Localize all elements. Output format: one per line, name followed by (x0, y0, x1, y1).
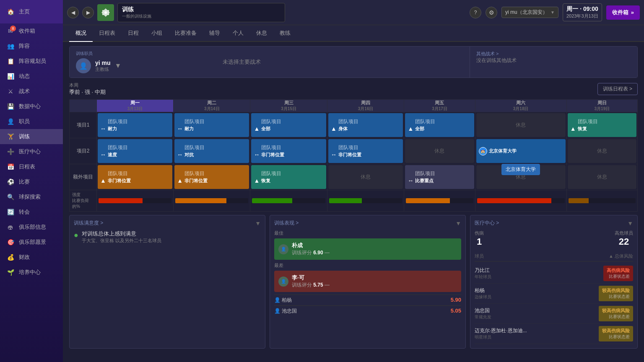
user-dropdown-arrow: ▼ (551, 10, 555, 15)
sidebar-item-11[interactable]: 🔍球探搜索 (0, 189, 63, 204)
other-tactics-title[interactable]: 其他战术 > (476, 51, 631, 57)
best-avatar: 👤 (278, 244, 288, 254)
training-cell[interactable]: 🏫 北京体育大学 北京体育大学 (475, 138, 566, 164)
performance-title[interactable]: 训练表现 > (274, 220, 299, 227)
training-cell[interactable]: 团队项目 ▲ 非门将位置 (97, 164, 174, 190)
coach-section: 训练职员 👤 yi mu 主教练 ▼ 未选择主要战术 其他战术 > 没在训练 (69, 46, 638, 78)
training-cell[interactable]: 团队项目 ↔ 非门将位置 (250, 138, 327, 164)
best-score: 训练评分 6.90 — (292, 249, 330, 256)
sidebar-label-home: 主页 (19, 8, 30, 16)
satisfaction-title[interactable]: 训练满意度 > (74, 220, 103, 227)
sidebar-icon-13: 🏟 (6, 223, 15, 231)
tab-个人[interactable]: 个人 (226, 25, 250, 42)
training-cell[interactable]: 团队项目 ▲ 全部 (404, 112, 475, 138)
tab-辅导[interactable]: 辅导 (203, 25, 226, 42)
training-cell[interactable]: 团队项目 ↔ 速度 (97, 138, 174, 164)
coach-avatar: 👤 (76, 58, 91, 73)
training-cell: 休息 (566, 164, 637, 190)
facility-icon (97, 4, 114, 21)
settings-button[interactable]: ⚙ (486, 7, 497, 18)
performance-expand[interactable]: ▼ (455, 220, 461, 227)
sidebar-icon-12: 🔄 (6, 208, 15, 216)
tab-比赛准备[interactable]: 比赛准备 (169, 25, 203, 42)
satisfaction-icon: ● (74, 231, 78, 240)
tab-小组[interactable]: 小组 (145, 25, 169, 42)
training-cell[interactable]: 团队项目 ↔ 对抗 (174, 138, 250, 164)
sidebar-item-7[interactable]: 🏋训练 (0, 129, 63, 144)
tabbar: 概况日程表日程小组比赛准备辅导个人休息教练 (63, 25, 644, 42)
training-cell[interactable]: 团队项目 ▲ 恢复 (566, 112, 637, 138)
tab-日程[interactable]: 日程 (122, 25, 145, 42)
sidebar-icon-15: 💰 (6, 253, 15, 261)
user-name: yi mu（北京国安） (505, 9, 548, 15)
training-cell[interactable]: 团队项目 ▲ 非门将位置 (174, 164, 250, 190)
player-info: 柏杨 边缘球员 (475, 287, 491, 300)
tab-教练[interactable]: 教练 (273, 25, 297, 42)
sidebar-item-14[interactable]: 🎯俱乐部愿景 (0, 235, 63, 250)
sidebar-item-5[interactable]: 💾数据中心 (0, 99, 63, 114)
day-header-周日: 周日3月19日 (566, 100, 637, 112)
strength-bar-cell (250, 190, 327, 212)
medical-title[interactable]: 医疗中心 > (475, 220, 499, 227)
training-cell[interactable]: 团队项目 ↔ 比赛重点 (404, 164, 475, 190)
training-cell[interactable]: 团队项目 ↔ 耐力 (174, 112, 250, 138)
sidebar-item-6[interactable]: 👤职员 (0, 114, 63, 129)
training-cell[interactable]: 团队项目 ↔ 非门将位置 (327, 138, 404, 164)
sidebar-item-15[interactable]: 💰财政 (0, 250, 63, 265)
training-grid: 周一3月13日周二3月14日周三3月15日周四3月16日周五3月17日周六3月1… (69, 99, 638, 212)
row-label: 额外项目 (70, 164, 97, 190)
inbox-button[interactable]: 收件箱 » (606, 5, 640, 20)
help-button[interactable]: ? (470, 7, 481, 18)
training-cell: 休息 (566, 138, 637, 164)
sidebar-item-13[interactable]: 🏟俱乐部信息 (0, 220, 63, 235)
worst-player-card: 👤 李·可 训练评分 5.75 — (274, 271, 461, 292)
search-area[interactable]: 训练 一般的训练设施 (117, 3, 285, 22)
sidebar-icon-3: 📊 (6, 72, 15, 80)
injury-count: 1 (475, 236, 484, 247)
sidebar-item-0[interactable]: ✉收件箱8 (0, 23, 63, 39)
bottom-panels: 训练满意度 > ▼ ● 对训练总体上感到满意 于大宝、张呈栋 以及另外二十三名球… (69, 215, 638, 349)
sidebar-icon-1: 👥 (6, 42, 15, 50)
worst-player: 👤 李·可 训练评分 5.75 — (278, 274, 457, 289)
coach-tactic: 未选择主要战术 (216, 47, 470, 78)
facility-name: 训练 (122, 6, 280, 13)
user-area[interactable]: yi mu（北京国安） ▼ (501, 7, 558, 18)
sidebar-item-1[interactable]: 👥阵容 (0, 39, 63, 54)
satisfaction-players: 于大宝、张呈栋 以及另外二十三名球员 (82, 238, 161, 244)
player-info: 乃比江 年轻球员 (475, 267, 491, 280)
medical-expand[interactable]: ▼ (627, 220, 633, 227)
satisfaction-expand[interactable]: ▼ (255, 220, 261, 227)
best-score-label: 训练评分 (292, 250, 312, 256)
medical-players-list: 乃比江 年轻球员 高伤病风险 比赛状态差 柏杨 边缘球员 较高伤病风险 比赛状态… (475, 264, 633, 344)
nav-back-button[interactable]: ◀ (67, 7, 79, 18)
day-header-周五: 周五3月17日 (404, 100, 475, 112)
sidebar-item-8[interactable]: ➕医疗中心 (0, 144, 63, 159)
tab-休息[interactable]: 休息 (250, 25, 273, 42)
schedule-button[interactable]: 训练日程表 > (597, 83, 638, 95)
training-cell[interactable]: 团队项目 ▲ 身体 (327, 112, 404, 138)
medical-player-row: 乃比江 年轻球员 高伤病风险 比赛状态差 (475, 264, 633, 284)
worst-score-val: 5.75 (313, 282, 323, 288)
injury-stat: 伤病 1 (475, 230, 484, 247)
sidebar-item-4[interactable]: ⚔战术 (0, 84, 63, 99)
risk-badge: 较高伤病风险 比赛状态差 (599, 286, 633, 301)
sidebar-item-2[interactable]: 📋阵容规划员 (0, 54, 63, 69)
training-cell[interactable]: 团队项目 ▲ 全部 (250, 112, 327, 138)
nav-forward-button[interactable]: ▶ (82, 7, 94, 18)
satisfaction-item: ● 对训练总体上感到满意 于大宝、张呈栋 以及另外二十三名球员 (74, 230, 261, 244)
medical-stats: 伤病 1 高危球员 22 (475, 230, 633, 247)
sidebar-item-16[interactable]: 🌱培养中心 (0, 265, 63, 280)
sidebar-item-9[interactable]: 📅日程表 (0, 159, 63, 174)
tab-概况[interactable]: 概况 (69, 25, 93, 42)
sidebar-item-12[interactable]: 🔄转会 (0, 204, 63, 220)
sidebar-item-10[interactable]: ⚽比赛 (0, 174, 63, 189)
training-cell[interactable]: 团队项目 ▲ 恢复 (250, 164, 327, 190)
sidebar-item-home[interactable]: 🏠 主页 (0, 4, 63, 19)
tab-日程表[interactable]: 日程表 (93, 25, 122, 42)
sidebar-item-3[interactable]: 📊动态 (0, 69, 63, 84)
week-info: 本周 季前 · 强 · 中期 训练日程表 > (69, 82, 638, 96)
training-cell[interactable]: 团队项目 ↔ 耐力 (97, 112, 174, 138)
coach-dropdown[interactable]: ▼ (115, 62, 122, 70)
sidebar-icon-7: 🏋 (6, 132, 15, 141)
worst-score: 训练评分 5.75 — (292, 282, 330, 289)
